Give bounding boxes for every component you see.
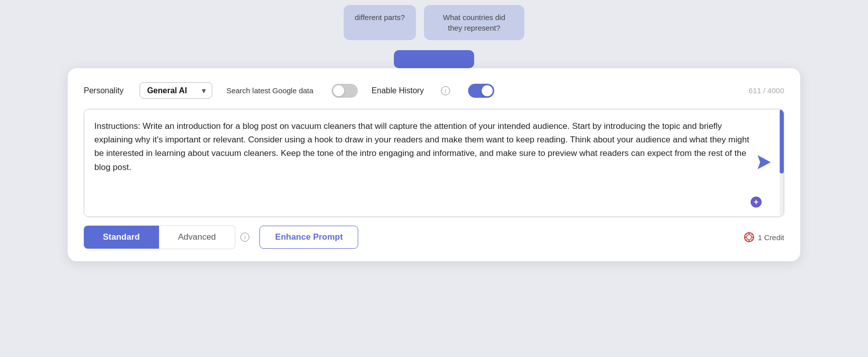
main-action-button-top[interactable]: [394, 50, 474, 68]
plus-icon[interactable]: +: [751, 197, 762, 208]
main-panel: Personality General AI Creative Technica…: [68, 68, 800, 261]
suggestion-card-1[interactable]: different parts?: [344, 5, 416, 40]
enable-history-label: Enable History: [372, 86, 424, 95]
search-google-toggle[interactable]: [332, 84, 358, 98]
controls-row: Personality General AI Creative Technica…: [84, 82, 784, 99]
bottom-row: Standard Advanced i Enhance Prompt 1 Cre…: [84, 225, 784, 249]
char-count: 611 / 4000: [749, 86, 784, 95]
scrollbar-thumb[interactable]: [780, 109, 784, 173]
send-button[interactable]: [755, 153, 773, 173]
svg-point-2: [747, 235, 752, 240]
prompt-textarea[interactable]: [84, 109, 784, 215]
tab-advanced[interactable]: Advanced: [159, 225, 236, 249]
search-google-slider: [332, 84, 358, 98]
personality-label: Personality: [84, 86, 123, 95]
scrollbar-track: [780, 109, 784, 217]
enable-history-info-icon[interactable]: i: [441, 86, 450, 95]
send-icon: [755, 153, 773, 171]
credit-icon: [744, 232, 755, 243]
enhance-prompt-button[interactable]: Enhance Prompt: [259, 226, 358, 249]
tabs-info-icon[interactable]: i: [240, 233, 249, 242]
search-google-label: Search latest Google data: [226, 86, 313, 95]
personality-wrapper: General AI Creative Technical Formal ▼: [139, 82, 212, 99]
tab-standard[interactable]: Standard: [84, 226, 159, 249]
svg-marker-0: [758, 155, 771, 169]
suggestion-card-2[interactable]: What countries did they represent?: [424, 5, 524, 40]
credit-info: 1 Credit: [744, 232, 784, 243]
textarea-wrapper: +: [84, 109, 784, 217]
suggestion-cards-area: different parts? What countries did they…: [344, 0, 524, 50]
enable-history-toggle[interactable]: [468, 84, 494, 98]
enable-history-slider: [468, 84, 494, 98]
personality-select[interactable]: General AI Creative Technical Formal: [139, 82, 212, 99]
credit-amount: 1 Credit: [758, 233, 784, 242]
